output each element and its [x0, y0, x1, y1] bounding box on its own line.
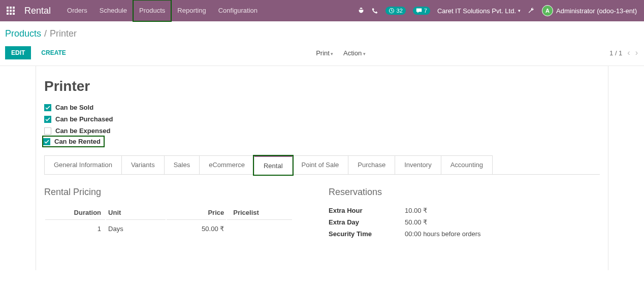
th-pricelist: Pricelist — [227, 206, 292, 220]
check-label: Can be Rented — [54, 138, 101, 145]
th-unit: Unit — [106, 206, 166, 220]
wrench-icon[interactable] — [528, 7, 535, 14]
action-dropdown[interactable]: Action — [339, 47, 370, 59]
res-label: Security Time — [329, 230, 405, 238]
pager-text: 1 / 1 — [609, 49, 622, 57]
reservations-table: Extra Hour 10.00 ₹ Extra Day 50.00 ₹ Sec… — [329, 205, 481, 240]
nav-products[interactable]: Products — [133, 0, 171, 21]
tab-sales[interactable]: Sales — [164, 155, 200, 174]
res-value: 50.00 ₹ — [405, 218, 427, 226]
tab-variants[interactable]: Variants — [121, 155, 165, 174]
top-bar: Rental Orders Schedule Products Reportin… — [0, 0, 644, 21]
svg-rect-7 — [10, 13, 12, 15]
cell-pricelist — [227, 221, 292, 237]
res-row-extra-hour: Extra Hour 10.00 ₹ — [329, 205, 481, 216]
company-switcher[interactable]: Caret IT Solutions Pvt. Ltd. ▾ — [437, 7, 521, 15]
control-panel: EDIT CREATE Print Action 1 / 1 ‹ › — [0, 43, 644, 66]
checkbox-icon[interactable] — [44, 116, 51, 123]
res-row-security-time: Security Time 00:00 hours before orders — [329, 228, 481, 240]
product-name: Printer — [44, 78, 600, 94]
res-label: Extra Hour — [329, 207, 405, 214]
nav-orders[interactable]: Orders — [61, 0, 93, 21]
phone-icon[interactable] — [372, 8, 378, 14]
tab-content-rental: Rental Pricing Duration Unit Price Price… — [44, 175, 600, 240]
tab-purchase[interactable]: Purchase — [348, 155, 395, 174]
create-button[interactable]: CREATE — [35, 46, 72, 59]
checkbox-icon[interactable] — [43, 138, 50, 145]
edit-button[interactable]: EDIT — [5, 46, 31, 59]
topbar-right: 32 7 Caret IT Solutions Pvt. Ltd. ▾ A Ad… — [358, 5, 644, 16]
clock-badge-count: 32 — [397, 8, 403, 14]
pager-next[interactable]: › — [634, 48, 639, 57]
breadcrumb-root[interactable]: Products — [5, 28, 41, 39]
breadcrumb-sep: / — [41, 28, 50, 39]
checkbox-icon[interactable] — [44, 104, 51, 111]
tab-point-of-sale[interactable]: Point of Sale — [292, 155, 349, 174]
user-menu[interactable]: A Administrator (odoo-13-ent) — [542, 5, 637, 16]
user-name: Administrator (odoo-13-ent) — [556, 7, 637, 15]
svg-rect-2 — [13, 7, 15, 9]
check-label: Can be Expensed — [55, 127, 110, 135]
th-price: Price — [167, 206, 226, 220]
check-can-be-purchased: Can be Purchased — [44, 113, 600, 125]
check-label: Can be Purchased — [55, 115, 113, 123]
svg-rect-8 — [13, 13, 15, 15]
bug-icon[interactable] — [358, 7, 365, 14]
nav-schedule[interactable]: Schedule — [93, 0, 133, 21]
svg-rect-4 — [10, 10, 12, 12]
tab-rental[interactable]: Rental — [254, 156, 293, 175]
company-name: Caret IT Solutions Pvt. Ltd. — [437, 7, 516, 15]
rental-pricing-table: Duration Unit Price Pricelist 1 Days 50.… — [44, 205, 293, 238]
checkbox-icon[interactable] — [44, 127, 51, 135]
form-sheet: Printer Can be Sold Can be Purchased Can… — [36, 66, 608, 270]
pager: 1 / 1 ‹ › — [609, 48, 639, 57]
check-can-be-expensed: Can be Expensed — [44, 125, 600, 137]
svg-rect-1 — [10, 7, 12, 9]
svg-rect-3 — [7, 10, 9, 12]
tab-ecommerce[interactable]: eCommerce — [199, 155, 254, 174]
messages-badge-count: 7 — [424, 8, 427, 14]
res-value: 00:00 hours before orders — [405, 230, 481, 238]
res-row-extra-day: Extra Day 50.00 ₹ — [329, 216, 481, 228]
clock-badge[interactable]: 32 — [385, 7, 406, 15]
cell-price: 50.00 ₹ — [167, 221, 226, 237]
tab-general-information[interactable]: General Information — [44, 155, 122, 174]
cell-duration: 1 — [45, 221, 105, 237]
th-duration: Duration — [45, 206, 105, 220]
check-can-be-sold: Can be Sold — [44, 102, 600, 113]
res-label: Extra Day — [329, 218, 405, 226]
cell-unit: Days — [106, 221, 166, 237]
avatar: A — [542, 5, 553, 16]
tab-accounting[interactable]: Accounting — [441, 155, 493, 174]
reservations-title: Reservations — [329, 187, 481, 198]
breadcrumb-current: Printer — [50, 28, 77, 39]
print-dropdown[interactable]: Print — [312, 47, 337, 59]
check-label: Can be Sold — [55, 104, 93, 111]
check-can-be-rented: Can be Rented — [43, 137, 104, 146]
app-brand[interactable]: Rental — [21, 6, 61, 16]
messages-badge[interactable]: 7 — [413, 7, 430, 15]
nav-configuration[interactable]: Configuration — [212, 0, 264, 21]
svg-rect-6 — [7, 13, 9, 15]
breadcrumb: Products / Printer — [0, 21, 644, 43]
svg-rect-0 — [7, 7, 9, 9]
apps-icon[interactable] — [0, 7, 21, 15]
top-nav: Orders Schedule Products Reporting Confi… — [61, 0, 264, 21]
chevron-down-icon: ▾ — [518, 8, 521, 13]
table-row[interactable]: 1 Days 50.00 ₹ — [45, 221, 292, 237]
rental-pricing-title: Rental Pricing — [44, 187, 298, 198]
svg-rect-5 — [13, 10, 15, 12]
tab-inventory[interactable]: Inventory — [395, 155, 441, 174]
pager-prev[interactable]: ‹ — [626, 48, 631, 57]
tabs: General Information Variants Sales eComm… — [44, 155, 600, 175]
res-value: 10.00 ₹ — [405, 207, 427, 214]
nav-reporting[interactable]: Reporting — [171, 0, 212, 21]
